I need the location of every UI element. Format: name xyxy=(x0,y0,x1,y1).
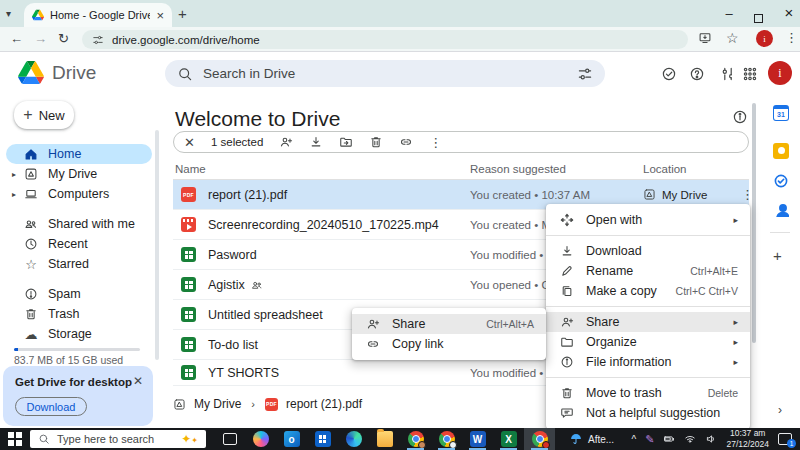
column-header-reason[interactable]: Reason suggested xyxy=(470,163,566,175)
search-options-icon[interactable] xyxy=(577,66,593,82)
sidebar-item-starred[interactable]: ☆ Starred xyxy=(6,254,152,274)
spreadsheet-file-icon xyxy=(181,277,196,292)
trash-icon[interactable] xyxy=(369,135,383,149)
file-explorer-app[interactable] xyxy=(369,428,400,450)
word-app[interactable]: W xyxy=(462,428,493,450)
drive-search-bar[interactable]: Search in Drive xyxy=(165,60,605,87)
settings-gear-icon[interactable] xyxy=(716,66,732,82)
breadcrumb-parent[interactable]: My Drive xyxy=(173,397,241,411)
sidebar-item-trash[interactable]: Trash xyxy=(6,304,152,324)
bookmark-star-icon[interactable]: ☆ xyxy=(726,30,739,46)
contacts-icon[interactable] xyxy=(773,201,789,217)
weather-widget[interactable]: Afte... xyxy=(569,432,614,446)
my-drive-icon xyxy=(643,188,656,201)
calendar-icon[interactable]: 31 xyxy=(773,105,789,121)
notification-center-icon[interactable]: 1 xyxy=(778,433,792,445)
outlook-app[interactable]: o xyxy=(276,428,307,450)
expand-caret-icon[interactable]: ▸ xyxy=(12,190,16,199)
menu-item-move-to-trash[interactable]: Move to trash Delete xyxy=(546,383,750,403)
menu-item-download[interactable]: Download xyxy=(546,241,750,261)
collapse-panel-chevron-icon[interactable]: › xyxy=(778,403,782,417)
column-header-name[interactable]: Name xyxy=(175,163,206,175)
menu-item-open-with[interactable]: Open with ▸ xyxy=(546,210,750,230)
edge-app[interactable] xyxy=(338,428,369,450)
offline-status-icon[interactable] xyxy=(661,66,677,82)
file-location[interactable]: My Drive xyxy=(643,188,707,201)
column-header-location[interactable]: Location xyxy=(643,163,686,175)
move-folder-icon[interactable] xyxy=(339,135,353,149)
new-button[interactable]: + New xyxy=(14,101,74,129)
window-close-button[interactable]: × xyxy=(782,4,796,21)
sidebar-item-home[interactable]: Home xyxy=(6,144,152,164)
sidebar-item-recent[interactable]: Recent xyxy=(6,234,152,254)
copilot-app[interactable] xyxy=(245,428,276,450)
save-send-icon[interactable] xyxy=(698,31,712,45)
window-minimize-button[interactable]: – xyxy=(722,6,736,21)
submenu-item-copy-link[interactable]: Copy link xyxy=(352,334,546,354)
address-bar[interactable]: drive.google.com/drive/home xyxy=(82,30,688,49)
more-options-icon[interactable]: ⋮ xyxy=(429,135,442,150)
new-tab-button[interactable]: + xyxy=(178,5,187,22)
taskbar-search-box[interactable]: Type here to search ✦✦ xyxy=(30,430,206,448)
back-button[interactable]: ← xyxy=(10,31,23,46)
sidebar-item-storage[interactable]: ☁ Storage xyxy=(6,324,152,344)
menu-item-rename[interactable]: Rename Ctrl+Alt+E xyxy=(546,261,750,281)
sidebar-item-spam[interactable]: Spam xyxy=(6,284,152,304)
reload-button[interactable]: ↻ xyxy=(58,31,69,46)
sidebar-item-computers[interactable]: ▸ Computers xyxy=(6,184,152,204)
breadcrumb-current-file[interactable]: PDF report (21).pdf xyxy=(265,397,362,411)
add-panel-app-icon[interactable]: + xyxy=(773,247,789,263)
window-maximize-button[interactable] xyxy=(754,9,763,27)
info-icon[interactable] xyxy=(732,109,748,125)
forward-button[interactable]: → xyxy=(34,31,47,46)
menu-item-not-helpful-suggestion[interactable]: Not a helpful suggestion xyxy=(546,403,750,423)
speaker-icon[interactable] xyxy=(705,433,717,445)
menu-item-organize[interactable]: Organize ▸ xyxy=(546,332,750,352)
pen-icon[interactable]: ✎ xyxy=(645,433,654,446)
banner-close-icon[interactable]: ✕ xyxy=(133,374,143,388)
google-apps-grid-icon[interactable] xyxy=(742,66,758,82)
expand-caret-icon[interactable]: ▸ xyxy=(12,170,16,179)
hidden-icons-caret[interactable]: ^ xyxy=(632,434,637,445)
chrome-icon xyxy=(408,431,424,447)
help-icon[interactable] xyxy=(689,66,705,82)
menu-item-make-a-copy[interactable]: Make a copy Ctrl+C Ctrl+V xyxy=(546,281,750,301)
menu-item-file-information[interactable]: File information ▸ xyxy=(546,352,750,372)
share-person-add-icon[interactable] xyxy=(279,135,293,149)
task-view-icon xyxy=(223,433,237,445)
main-scrollbar[interactable] xyxy=(752,103,756,343)
keep-icon[interactable] xyxy=(773,143,789,159)
tab-search-icon[interactable]: ▾ xyxy=(6,8,11,19)
browser-tab[interactable]: Home - Google Drive × xyxy=(24,3,172,27)
chrome-profile-2-app[interactable] xyxy=(431,428,462,450)
drive-logo[interactable]: Drive xyxy=(18,61,96,84)
site-settings-icon[interactable] xyxy=(92,34,104,46)
wifi-icon[interactable] xyxy=(684,433,696,445)
excel-app[interactable]: X xyxy=(493,428,524,450)
outlook-icon: o xyxy=(284,431,300,447)
battery-icon[interactable] xyxy=(663,433,675,445)
context-menu: Open with ▸ Download Rename Ctrl+Alt+E M… xyxy=(546,204,750,429)
sidebar-item-shared-with-me[interactable]: Shared with me xyxy=(6,214,152,234)
sidebar-scrollbar[interactable] xyxy=(155,130,159,360)
menu-separator xyxy=(546,235,750,236)
menu-item-share[interactable]: Share ▸ xyxy=(546,312,750,332)
start-button[interactable] xyxy=(0,432,30,445)
clock[interactable]: 10:37 am 27/12/2024 xyxy=(726,428,769,449)
download-button[interactable]: Download xyxy=(15,397,87,416)
account-avatar[interactable]: i xyxy=(768,61,792,85)
tasks-icon[interactable] xyxy=(773,173,789,189)
browser-menu-icon[interactable]: ⋮ xyxy=(785,30,798,45)
microsoft-store-app[interactable] xyxy=(307,428,338,450)
browser-profile-avatar[interactable]: i xyxy=(756,30,773,47)
download-icon[interactable] xyxy=(309,135,323,149)
sidebar-item-my-drive[interactable]: ▸ My Drive xyxy=(6,164,152,184)
submenu-item-share[interactable]: Share Ctrl+Alt+A xyxy=(352,314,546,334)
link-icon[interactable] xyxy=(399,135,413,149)
chrome-active-app[interactable] xyxy=(524,428,555,450)
task-view-button[interactable] xyxy=(214,428,245,450)
chrome-profile-1-app[interactable] xyxy=(400,428,431,450)
plus-icon: + xyxy=(23,106,32,124)
tab-close-icon[interactable]: × xyxy=(156,8,164,23)
clear-selection-icon[interactable]: ✕ xyxy=(184,135,195,150)
